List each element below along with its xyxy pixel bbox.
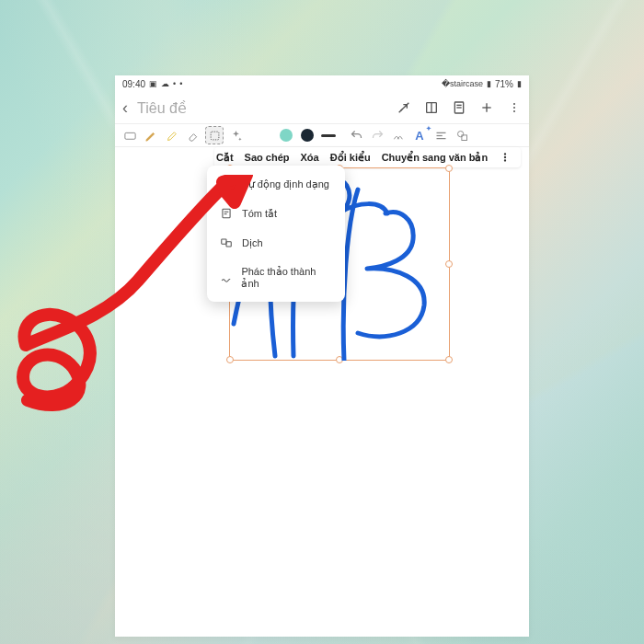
svg-rect-23 (223, 209, 230, 217)
notes-app-window: 09:40 ▣ ☁ • • �staircase ▮ 71% ▮ ‹ Tiêu … (115, 75, 529, 637)
more-options-button[interactable] (507, 100, 522, 115)
title-bar: ‹ Tiêu đề (115, 92, 529, 123)
status-wifi-icon: �staircase (442, 79, 483, 88)
svg-rect-13 (211, 132, 219, 140)
status-icon-dot: • (173, 79, 176, 88)
ctx-copy[interactable]: Sao chép (245, 152, 290, 163)
svg-point-19 (504, 153, 506, 155)
resize-handle-bm[interactable] (336, 356, 343, 363)
translate-icon (220, 236, 233, 249)
autoformat-icon (220, 178, 233, 190)
svg-point-17 (457, 131, 463, 136)
pen-tool[interactable] (142, 126, 160, 144)
dropdown-sketch-label: Phác thảo thành ảnh (241, 266, 332, 290)
ai-tool[interactable] (226, 126, 245, 144)
text-style-tool[interactable]: A✦ (410, 126, 429, 144)
dropdown-translate[interactable]: Dịch (207, 228, 345, 258)
page-settings-icon[interactable] (452, 100, 466, 115)
ai-actions-dropdown: Tự động định dạng Tóm tắt Dịch Phác thảo… (207, 166, 345, 302)
add-button[interactable] (479, 100, 494, 115)
color-swatch-2[interactable] (277, 126, 295, 144)
shapes-tool[interactable] (453, 126, 471, 144)
handwriting-tool[interactable] (389, 126, 408, 144)
keyboard-tool[interactable] (121, 126, 139, 144)
ctx-cut[interactable]: Cắt (216, 152, 234, 164)
svg-point-22 (222, 179, 230, 188)
ctx-change-style[interactable]: Đổi kiểu (330, 152, 371, 164)
line-width-tool[interactable] (319, 126, 338, 144)
dropdown-autoformat-label: Tự động định dạng (242, 178, 329, 190)
highlighter-tool[interactable] (163, 126, 181, 144)
status-battery-text: 71% (495, 79, 513, 89)
ctx-to-text[interactable]: Chuyển sang văn bản (382, 152, 488, 164)
redo-button[interactable] (368, 126, 386, 144)
svg-point-21 (504, 159, 506, 161)
status-signal-icon: ▮ (487, 79, 491, 88)
status-icon-image: ▣ (149, 79, 157, 88)
color-swatch-3[interactable] (298, 126, 316, 144)
ctx-more-button[interactable] (499, 151, 512, 164)
resize-handle-bl[interactable] (226, 356, 234, 363)
dropdown-summarize-label: Tóm tắt (242, 208, 277, 220)
dropdown-autoformat[interactable]: Tự động định dạng (207, 169, 345, 199)
lasso-select-tool[interactable] (205, 126, 224, 144)
reader-mode-icon[interactable] (424, 100, 439, 115)
svg-point-7 (513, 103, 515, 105)
dropdown-translate-label: Dịch (242, 237, 263, 249)
svg-rect-26 (222, 239, 226, 244)
status-icon-more: • (179, 79, 182, 88)
dropdown-summarize[interactable]: Tóm tắt (207, 199, 345, 228)
canvas[interactable]: Cắt Sao chép Xóa Đổi kiểu Chuyển sang vă… (115, 147, 529, 637)
dropdown-sketch-to-image[interactable]: Phác thảo thành ảnh (207, 258, 345, 298)
svg-rect-27 (226, 242, 231, 247)
svg-point-20 (504, 156, 506, 158)
sketch-icon (220, 271, 232, 284)
svg-rect-10 (124, 132, 134, 139)
back-button[interactable]: ‹ (122, 98, 128, 118)
selection-context-bar: Cắt Sao chép Xóa Đổi kiểu Chuyển sang vă… (214, 147, 521, 167)
status-bar: 09:40 ▣ ☁ • • �staircase ▮ 71% ▮ (115, 75, 529, 92)
status-time: 09:40 (122, 79, 145, 89)
svg-point-9 (513, 110, 515, 112)
note-title-input[interactable]: Tiêu đề (137, 99, 387, 117)
resize-handle-tr[interactable] (445, 165, 453, 172)
eraser-tool[interactable] (184, 126, 202, 144)
align-tool[interactable] (431, 126, 450, 144)
drawing-toolbar: A✦ (115, 123, 529, 147)
undo-button[interactable] (347, 126, 365, 144)
summarize-icon (220, 207, 233, 220)
ctx-delete[interactable]: Xóa (301, 152, 319, 163)
resize-handle-br[interactable] (445, 356, 453, 363)
status-icon-cloud: ☁ (161, 79, 169, 88)
svg-point-8 (513, 107, 515, 109)
status-battery-icon: ▮ (517, 79, 522, 88)
color-swatch-1[interactable] (256, 126, 274, 144)
expand-icon[interactable] (397, 100, 411, 115)
resize-handle-mr[interactable] (445, 260, 453, 268)
